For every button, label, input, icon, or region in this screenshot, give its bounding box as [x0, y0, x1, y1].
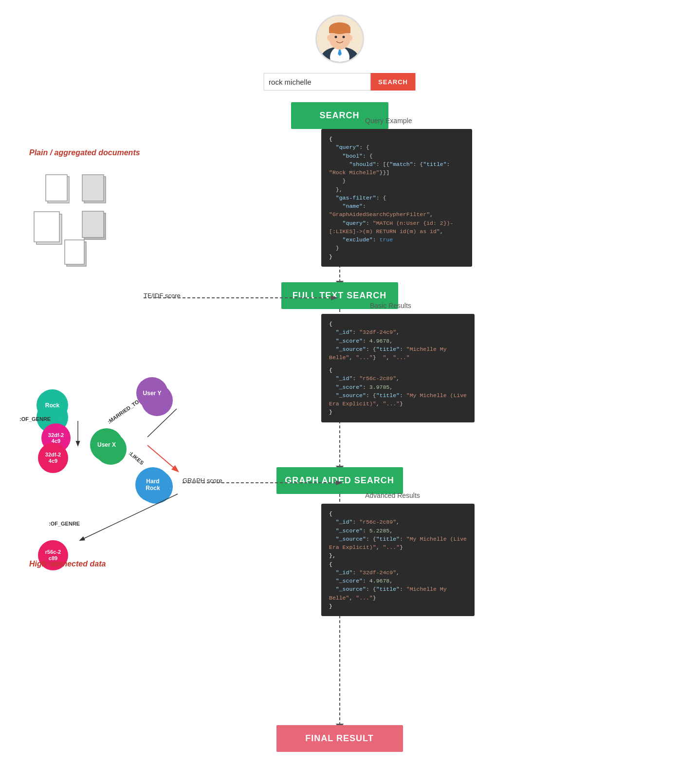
graph-edges — [24, 365, 229, 608]
advanced-results-title: Advanced Results — [365, 492, 420, 499]
search-button[interactable]: SEARCH — [370, 73, 416, 91]
search-input[interactable] — [263, 73, 370, 91]
search-bar-area: SEARCH — [263, 73, 416, 91]
plain-docs-label: Plain / aggregated documents — [29, 148, 140, 157]
svg-line-24 — [147, 409, 177, 437]
svg-point-9 — [327, 35, 331, 41]
query-example-code: { "query": { "bool": { "should": [{"matc… — [321, 129, 472, 267]
svg-line-26 — [80, 494, 178, 540]
high-connected-label: High connected data — [29, 560, 106, 568]
svg-rect-16 — [34, 212, 59, 242]
of-genre-1-label: :OF_GENRE — [19, 416, 51, 422]
query-example-title: Query Example — [365, 117, 412, 125]
svg-rect-14 — [82, 175, 104, 201]
avatar-area — [315, 15, 364, 63]
svg-rect-20 — [65, 240, 84, 264]
avatar — [315, 15, 364, 63]
doc-icon-3 — [32, 209, 66, 248]
svg-point-10 — [349, 35, 352, 41]
svg-marker-22 — [331, 295, 338, 300]
doc-icon-5 — [63, 238, 90, 270]
svg-rect-6 — [329, 28, 350, 33]
basic-results-code-2: { "_id": "r56c-2c89", "_score": 3.9785, … — [321, 360, 475, 422]
svg-point-8 — [342, 36, 345, 38]
doc-icon-1 — [44, 173, 73, 207]
of-genre-2-label: :OF_GENRE — [49, 521, 80, 527]
svg-marker-28 — [336, 480, 343, 485]
svg-rect-18 — [82, 211, 104, 237]
horiz-dashed-2 — [183, 480, 343, 485]
final-result-box: FINAL RESULT — [276, 725, 403, 752]
horiz-dashed-1 — [144, 295, 338, 300]
svg-point-7 — [334, 36, 337, 38]
svg-line-25 — [147, 445, 178, 471]
doc-icon-2 — [80, 173, 110, 207]
search-box: SEARCH — [291, 102, 388, 129]
diagram-container: SEARCH SEARCH FULL TEXT SEARCH GRAPH AID… — [0, 0, 679, 784]
advanced-results-code: { "_id": "r56c-2c89", "_score": 5.2285, … — [321, 504, 475, 616]
svg-rect-12 — [46, 175, 67, 201]
basic-results-title: Basic Results — [370, 302, 411, 310]
